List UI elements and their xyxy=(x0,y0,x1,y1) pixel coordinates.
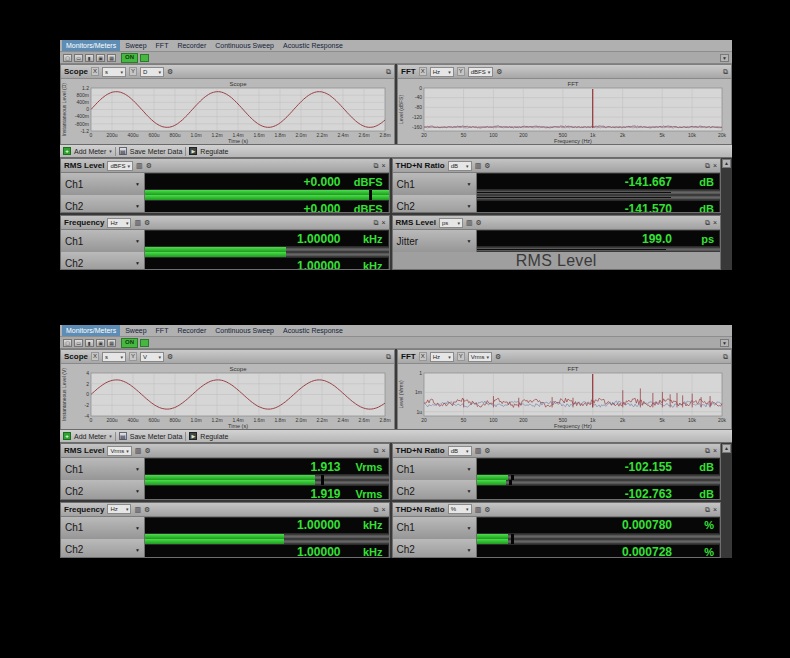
close-icon[interactable]: × xyxy=(381,161,385,170)
close-icon[interactable]: × xyxy=(381,446,385,455)
toolbar-icon[interactable]: ▢ xyxy=(63,54,72,62)
meter-unit-dropdown[interactable]: %▾ xyxy=(448,504,472,514)
channel-selector[interactable]: Ch1▼ xyxy=(61,230,145,252)
export-icon[interactable]: ⧉ xyxy=(705,218,710,227)
meter-unit-dropdown[interactable]: Hz▾ xyxy=(107,218,131,228)
close-icon[interactable]: × xyxy=(381,505,385,514)
channel-selector[interactable]: Ch2▼ xyxy=(61,539,145,559)
output-on-indicator[interactable] xyxy=(140,339,149,347)
export-icon[interactable]: ⧉ xyxy=(705,446,710,455)
save-meter-data-button[interactable]: Save Meter Data xyxy=(130,433,183,440)
regulate-button[interactable]: Regulate xyxy=(200,433,228,440)
tab-continuous-sweep[interactable]: Continuous Sweep xyxy=(211,325,278,336)
channel-selector[interactable]: Ch1▼ xyxy=(393,458,477,480)
scope-y-unit-dropdown[interactable]: D▾ xyxy=(140,67,164,77)
display-mode-icon[interactable]: ▥ xyxy=(136,161,143,170)
panel-pin-icon[interactable]: ▼ xyxy=(720,339,729,347)
fft-y-unit-dropdown[interactable]: dBFS▾ xyxy=(468,67,494,77)
channel-selector[interactable]: Ch1▼ xyxy=(61,173,145,195)
channel-selector[interactable]: Ch2▼ xyxy=(61,480,145,500)
close-icon[interactable]: × xyxy=(713,161,717,170)
close-icon[interactable]: × xyxy=(713,505,717,514)
gear-icon[interactable]: ⚙ xyxy=(484,446,490,455)
close-icon[interactable]: × xyxy=(713,446,717,455)
export-icon[interactable]: ⧉ xyxy=(373,161,378,170)
fft-y-unit-dropdown[interactable]: Vrms▾ xyxy=(468,352,492,362)
channel-selector[interactable]: Jitter▼ xyxy=(393,230,477,252)
toolbar-icon[interactable]: ▮ xyxy=(85,54,94,62)
gear-icon[interactable]: ⚙ xyxy=(144,446,150,455)
display-mode-icon[interactable]: ▥ xyxy=(134,218,141,227)
regulate-button[interactable]: Regulate xyxy=(200,148,228,155)
export-icon[interactable]: ⧉ xyxy=(386,67,391,76)
channel-selector[interactable]: Ch2▼ xyxy=(393,480,477,500)
channel-selector[interactable]: Ch2▼ xyxy=(61,195,145,213)
fft-x-unit-dropdown[interactable]: Hz▾ xyxy=(430,67,454,77)
display-mode-icon[interactable]: ▥ xyxy=(466,218,473,227)
meter-unit-dropdown[interactable]: dB▾ xyxy=(448,446,472,456)
scope-x-unit-dropdown[interactable]: s▾ xyxy=(102,67,126,77)
scroll-up-icon[interactable]: ▲ xyxy=(722,444,731,453)
tab-recorder[interactable]: Recorder xyxy=(173,40,210,51)
toolbar-icon[interactable]: ▭ xyxy=(74,54,83,62)
gear-icon[interactable]: ⚙ xyxy=(144,218,150,227)
gear-icon[interactable]: ⚙ xyxy=(167,67,173,76)
add-meter-button[interactable]: Add Meter xyxy=(74,148,106,155)
save-meter-data-button[interactable]: Save Meter Data xyxy=(130,148,183,155)
channel-selector[interactable]: Ch1▼ xyxy=(61,458,145,480)
gear-icon[interactable]: ⚙ xyxy=(167,352,173,361)
export-icon[interactable]: ⧉ xyxy=(705,505,710,514)
export-icon[interactable]: ⧉ xyxy=(386,352,391,361)
chevron-down-icon[interactable]: ▾ xyxy=(109,148,112,154)
tab-fft[interactable]: FFT xyxy=(152,40,173,51)
close-icon[interactable]: × xyxy=(381,218,385,227)
display-mode-icon[interactable]: ▥ xyxy=(475,446,482,455)
output-on-toggle[interactable]: ON xyxy=(121,53,138,63)
toolbar-icon[interactable]: ▮ xyxy=(85,339,94,347)
scope-x-unit-dropdown[interactable]: s▾ xyxy=(102,352,126,362)
export-icon[interactable]: ⧉ xyxy=(705,161,710,170)
channel-selector[interactable]: Ch1▼ xyxy=(393,517,477,539)
tab-acoustic-response[interactable]: Acoustic Response xyxy=(279,40,347,51)
toolbar-icon[interactable]: ▢ xyxy=(63,339,72,347)
gear-icon[interactable]: ⚙ xyxy=(484,161,490,170)
toolbar-icon[interactable]: ▣ xyxy=(96,339,105,347)
tab-sweep[interactable]: Sweep xyxy=(121,325,150,336)
channel-selector[interactable]: Ch2▼ xyxy=(393,195,477,213)
gear-icon[interactable]: ⚙ xyxy=(496,67,502,76)
display-mode-icon[interactable]: ▥ xyxy=(475,161,482,170)
close-icon[interactable]: × xyxy=(713,218,717,227)
display-mode-icon[interactable]: ▥ xyxy=(135,446,142,455)
gear-icon[interactable]: ⚙ xyxy=(476,218,482,227)
scroll-up-icon[interactable]: ▲ xyxy=(722,159,731,168)
channel-selector[interactable]: Ch2▼ xyxy=(393,539,477,559)
fft-x-unit-dropdown[interactable]: Hz▾ xyxy=(430,352,454,362)
toolbar-icon[interactable]: ▭ xyxy=(74,339,83,347)
tab-monitors-meters[interactable]: Monitors/Meters xyxy=(62,325,120,336)
gear-icon[interactable]: ⚙ xyxy=(484,505,490,514)
tab-recorder[interactable]: Recorder xyxy=(173,325,210,336)
gear-icon[interactable]: ⚙ xyxy=(495,352,501,361)
export-icon[interactable]: ⧉ xyxy=(373,505,378,514)
scope-y-unit-dropdown[interactable]: V▾ xyxy=(140,352,164,362)
channel-selector[interactable]: Ch1▼ xyxy=(61,517,145,539)
export-icon[interactable]: ⧉ xyxy=(373,218,378,227)
display-mode-icon[interactable]: ▥ xyxy=(134,505,141,514)
tab-continuous-sweep[interactable]: Continuous Sweep xyxy=(211,40,278,51)
toolbar-icon[interactable]: ▣ xyxy=(96,54,105,62)
tab-sweep[interactable]: Sweep xyxy=(121,40,150,51)
export-icon[interactable]: ⧉ xyxy=(373,446,378,455)
output-on-indicator[interactable] xyxy=(140,54,149,62)
tab-acoustic-response[interactable]: Acoustic Response xyxy=(279,325,347,336)
meter-unit-dropdown[interactable]: dB▾ xyxy=(448,161,472,171)
add-meter-button[interactable]: Add Meter xyxy=(74,433,106,440)
chevron-down-icon[interactable]: ▾ xyxy=(109,433,112,439)
panel-pin-icon[interactable]: ▼ xyxy=(720,54,729,62)
meter-unit-dropdown[interactable]: Hz▾ xyxy=(107,504,131,514)
export-icon[interactable]: ⧉ xyxy=(723,67,728,76)
output-on-toggle[interactable]: ON xyxy=(121,338,138,348)
toolbar-icon[interactable]: ▦ xyxy=(107,339,116,347)
gear-icon[interactable]: ⚙ xyxy=(146,161,152,170)
meter-unit-dropdown[interactable]: Vrms▾ xyxy=(107,446,131,456)
channel-selector[interactable]: Ch1▼ xyxy=(393,173,477,195)
